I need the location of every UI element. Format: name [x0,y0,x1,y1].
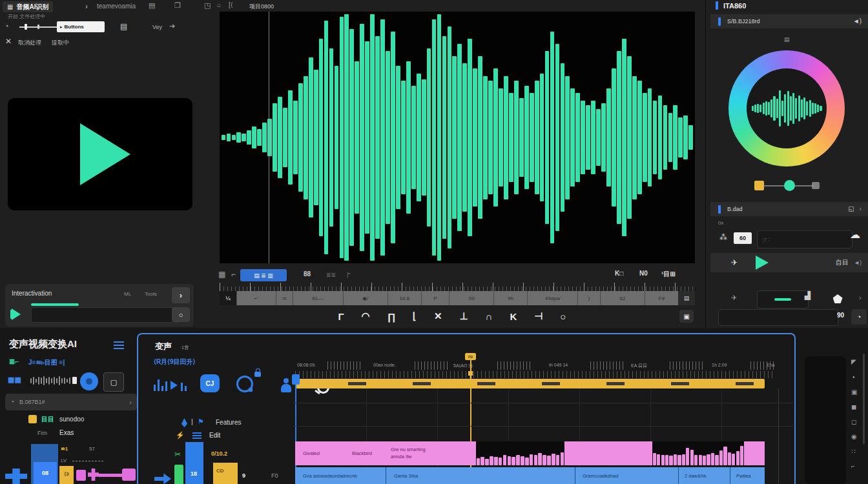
voice-search-input[interactable]: ◔ B.087B1# › [5,394,137,410]
ring-menu-icon[interactable]: ▤ [784,37,790,43]
view-label[interactable]: Vey [152,24,162,30]
bookmark-icon[interactable]: ◤ [851,359,856,365]
chevron-more-icon[interactable]: › [859,294,862,301]
features-label[interactable]: Features [216,419,241,426]
segment-item[interactable]: 62 [600,291,645,305]
ring-slider-end-handle[interactable] [812,182,820,189]
section-audio-header[interactable]: S/B.BJ218rd ◄) [710,14,868,28]
pink-clip-a[interactable]: Givated Blackbird Gre nu smarting annda … [295,441,476,465]
segment-item[interactable]: 49dpw [527,291,577,305]
share-icon[interactable]: ⁂ [719,234,727,241]
section-effect-header[interactable]: B.dad ◱ ‹ [710,202,868,216]
shape-tool[interactable]: ○ [560,311,566,322]
shape-tool[interactable]: ✕ [434,310,442,322]
speaker-small-icon[interactable]: ◄) [854,260,862,266]
segment-item[interactable]: ≔ [276,291,293,305]
loop-button[interactable]: ○ [172,307,190,322]
expand-button[interactable]: › [172,287,190,303]
bolt-icon[interactable]: ⚡ [176,431,185,439]
tool-grid-label[interactable]: ¹目⊞ [661,270,676,279]
pentagon-button[interactable] [829,290,846,307]
bracket-icon[interactable]: [⟨ [229,2,233,8]
effect-input[interactable]: ¦7 ∶ [757,230,852,248]
track-stat-column[interactable]: 18 [185,442,203,484]
progress-track[interactable] [31,307,180,323]
segment-item[interactable]: ◉/ [343,291,388,305]
mini-slider-handle[interactable] [25,24,27,30]
plane-icon[interactable]: ✈ [731,259,738,267]
segment-item[interactable]: ) [577,291,600,305]
record-button[interactable] [80,372,98,390]
dim-item-1[interactable]: ≣≣ [326,272,336,278]
play-effect-icon[interactable] [756,256,769,270]
video-preview[interactable] [8,98,192,210]
shape-tool[interactable]: K [510,311,517,322]
pitch-input[interactable] [718,309,838,326]
folder-open-icon[interactable]: ◻ [851,419,856,425]
playhead-line[interactable] [269,12,269,263]
selection-range-bar[interactable] [295,379,765,388]
crop-icon[interactable]: ◱ [848,206,854,212]
segment-item[interactable]: 09 [449,291,493,305]
segment-left-cap[interactable]: ¼ [220,291,236,305]
link-icon[interactable]: ‹ [860,206,862,212]
plane-dim-icon[interactable]: ✈ [731,294,737,301]
folder-icon[interactable]: ◼ [851,404,856,410]
pink-node-small[interactable] [76,470,86,481]
frame-button[interactable]: ▢ [103,372,124,392]
keyframe-tag[interactable]: ro [465,353,476,360]
blue-grid-icon[interactable]: ▦▦ [8,376,21,384]
history-clock-button[interactable]: ◔ [851,309,867,325]
document-icon[interactable]: ▤ [149,2,155,9]
shape-tool[interactable]: Γ [338,311,344,322]
corner-icon[interactable]: ⌐ [851,463,855,470]
q-search-icon[interactable] [236,376,253,392]
cloud-icon[interactable]: ☁ [850,230,860,240]
yellow-playhead-line[interactable] [470,360,471,484]
app-menu-button[interactable]: ▦ 音频AI识别 [3,1,53,12]
yellow-clip-node[interactable]: CD [213,463,238,484]
ring-slider-yellow-handle[interactable] [754,181,764,190]
green-node[interactable] [174,465,183,484]
segment-item[interactable]: F# [645,291,678,305]
segment-item[interactable]: P [421,291,450,305]
grid-view-icon[interactable]: ▦ [218,270,225,278]
pink-clip-waveform-a[interactable] [476,441,564,465]
stat-column-inner[interactable]: 08 [34,462,57,484]
cancel-label[interactable]: 取消处理 [18,39,41,47]
history-icon[interactable]: ◔ [4,22,9,30]
edit-mode-button[interactable]: ▤ ≣ ▥ [240,269,287,281]
yellow-node[interactable]: ⟨3 [59,466,74,484]
ring-slider-teal-handle[interactable] [784,180,795,191]
steps-icon[interactable]: ▟ [805,292,811,299]
tool-no-label[interactable]: N0 [639,270,648,277]
scrub-handle[interactable] [72,377,77,384]
flask-icon[interactable]: ◳ [204,2,211,9]
hamburger-icon[interactable] [114,341,124,349]
edit-label[interactable]: Edit [209,432,220,439]
blue-playhead-cap[interactable] [292,374,300,385]
blue-track[interactable]: Gva adoswdeurdadrecnb Ganta 3/ba Gramcoa… [295,467,765,484]
waveform-canvas[interactable] [220,12,695,263]
shape-tool[interactable]: ∏ [388,311,395,322]
person-icon[interactable] [281,378,291,392]
speaker-icon[interactable]: ◄) [853,18,862,25]
segment-right-cap[interactable]: ▤ [678,291,695,305]
cj-button[interactable]: CJ [200,374,220,392]
scissors-icon[interactable]: ✂ [174,450,181,459]
more-icon[interactable]: ∷ [851,449,855,455]
scrollbar[interactable] [863,354,865,444]
list-view-icon[interactable]: ▤ [120,23,127,30]
segment-item[interactable]: EL— [293,291,343,305]
hue-ring[interactable] [728,50,845,166]
chevron-icon[interactable]: › [85,2,88,11]
advance-arrow-icon[interactable] [154,472,171,484]
tool-k-label[interactable]: K□ [615,270,623,277]
redo-arrow-icon[interactable]: ➜ [169,23,175,30]
pink-clip-waveform-b[interactable] [652,441,744,465]
play-icon[interactable] [80,123,130,185]
droplet-icon[interactable] [181,418,188,427]
mini-slider-handle2[interactable] [37,25,39,29]
globe-icon[interactable]: ◉ [851,434,857,440]
pink-node-large[interactable] [122,469,136,481]
